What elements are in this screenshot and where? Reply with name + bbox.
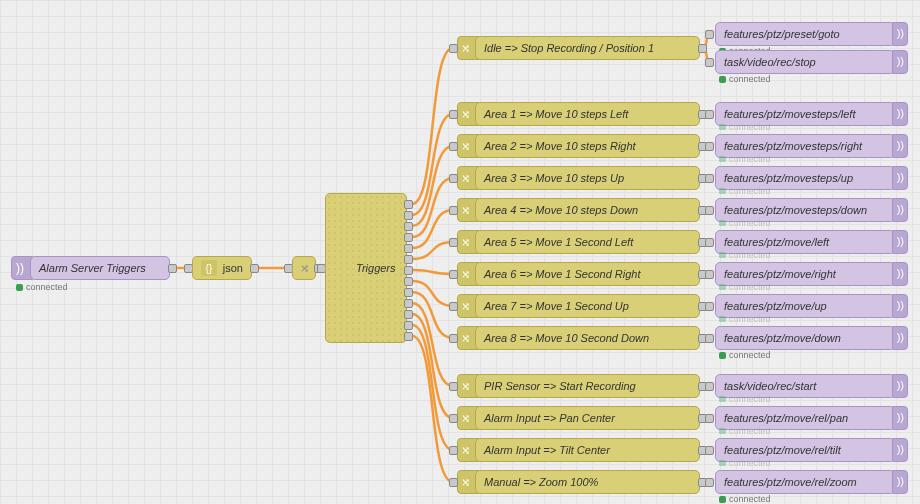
output-label: features/ptz/move/rel/tilt [724, 444, 841, 456]
out-cap: )) [892, 374, 908, 398]
port[interactable] [449, 174, 458, 183]
switch-node[interactable]: Area 8 => Move 10 Second Down [475, 326, 700, 350]
port[interactable] [705, 478, 714, 487]
port[interactable] [404, 277, 413, 286]
output-node[interactable]: features/ptz/preset/goto [715, 22, 895, 46]
port[interactable] [705, 414, 714, 423]
port[interactable] [449, 478, 458, 487]
port[interactable] [705, 110, 714, 119]
switch-node[interactable]: Area 1 => Move 10 steps Left [475, 102, 700, 126]
split-node[interactable]: ⤨ [292, 256, 316, 280]
switch-label: Area 1 => Move 10 steps Left [484, 108, 628, 120]
port[interactable] [404, 299, 413, 308]
port[interactable] [449, 302, 458, 311]
output-status: connected [719, 316, 771, 322]
port[interactable] [250, 264, 259, 273]
port[interactable] [705, 270, 714, 279]
switch-node[interactable]: Manual => Zoom 100% [475, 470, 700, 494]
port[interactable] [698, 44, 707, 53]
port[interactable] [404, 266, 413, 275]
switch-label: Idle => Stop Recording / Position 1 [484, 42, 654, 54]
out-cap: )) [892, 22, 908, 46]
json-node[interactable]: {} json [192, 256, 252, 280]
port[interactable] [705, 30, 714, 39]
output-label: features/ptz/move/up [724, 300, 827, 312]
switch-label: Alarm Input => Tilt Center [484, 444, 610, 456]
port[interactable] [449, 334, 458, 343]
output-node[interactable]: features/ptz/move/right [715, 262, 895, 286]
switch-node[interactable]: Area 7 => Move 1 Second Up [475, 294, 700, 318]
port[interactable] [404, 200, 413, 209]
switch-label: Area 6 => Move 1 Second Right [484, 268, 641, 280]
switch-node[interactable]: Area 3 => Move 10 steps Up [475, 166, 700, 190]
switch-node[interactable]: Area 2 => Move 10 steps Right [475, 134, 700, 158]
switch-node[interactable]: Area 4 => Move 10 steps Down [475, 198, 700, 222]
triggers-node[interactable]: Triggers [325, 193, 407, 343]
alarm-label: Alarm Server Triggers [39, 262, 146, 274]
port[interactable] [449, 206, 458, 215]
out-cap: )) [892, 198, 908, 222]
out-cap: )) [892, 166, 908, 190]
output-status: connected [719, 188, 771, 194]
port[interactable] [449, 238, 458, 247]
port[interactable] [449, 414, 458, 423]
output-label: features/ptz/movesteps/up [724, 172, 853, 184]
output-node[interactable]: task/video/rec/start [715, 374, 895, 398]
output-status: connected [719, 124, 771, 130]
output-node[interactable]: features/ptz/movesteps/left [715, 102, 895, 126]
port[interactable] [404, 233, 413, 242]
output-node[interactable]: features/ptz/move/rel/tilt [715, 438, 895, 462]
port[interactable] [705, 446, 714, 455]
output-label: features/ptz/move/right [724, 268, 836, 280]
status-text: connected [729, 494, 771, 504]
port[interactable] [449, 142, 458, 151]
port[interactable] [404, 255, 413, 264]
port[interactable] [705, 334, 714, 343]
output-status: connected [719, 220, 771, 226]
port[interactable] [404, 211, 413, 220]
port[interactable] [404, 321, 413, 330]
output-node[interactable]: task/video/rec/stop [715, 50, 895, 74]
output-node[interactable]: features/ptz/move/left [715, 230, 895, 254]
port[interactable] [449, 270, 458, 279]
output-node[interactable]: features/ptz/move/down [715, 326, 895, 350]
port[interactable] [705, 58, 714, 67]
switch-node[interactable]: PIR Sensor => Start Recording [475, 374, 700, 398]
alarm-server-node[interactable]: Alarm Server Triggers [30, 256, 170, 280]
output-node[interactable]: features/ptz/move/rel/zoom [715, 470, 895, 494]
port[interactable] [449, 382, 458, 391]
switch-label: Area 4 => Move 10 steps Down [484, 204, 638, 216]
port[interactable] [705, 382, 714, 391]
output-label: features/ptz/movesteps/right [724, 140, 862, 152]
output-node[interactable]: features/ptz/movesteps/up [715, 166, 895, 190]
port[interactable] [705, 206, 714, 215]
port[interactable] [404, 310, 413, 319]
switch-node[interactable]: Area 5 => Move 1 Second Left [475, 230, 700, 254]
output-node[interactable]: features/ptz/movesteps/down [715, 198, 895, 222]
json-icon: {} [201, 260, 217, 276]
switch-label: Area 2 => Move 10 steps Right [484, 140, 636, 152]
output-status: connected [719, 396, 771, 402]
port[interactable] [404, 332, 413, 341]
port[interactable] [705, 302, 714, 311]
port[interactable] [705, 238, 714, 247]
port[interactable] [168, 264, 177, 273]
switch-node[interactable]: Idle => Stop Recording / Position 1 [475, 36, 700, 60]
output-label: features/ptz/move/rel/pan [724, 412, 848, 424]
port[interactable] [449, 446, 458, 455]
output-node[interactable]: features/ptz/movesteps/right [715, 134, 895, 158]
port[interactable] [705, 142, 714, 151]
port[interactable] [449, 44, 458, 53]
port[interactable] [449, 110, 458, 119]
output-status: connected [719, 460, 771, 466]
switch-node[interactable]: Alarm Input => Pan Center [475, 406, 700, 430]
port[interactable] [404, 222, 413, 231]
output-node[interactable]: features/ptz/move/rel/pan [715, 406, 895, 430]
switch-node[interactable]: Area 6 => Move 1 Second Right [475, 262, 700, 286]
port[interactable] [404, 288, 413, 297]
switch-node[interactable]: Alarm Input => Tilt Center [475, 438, 700, 462]
port[interactable] [404, 244, 413, 253]
out-cap: )) [892, 294, 908, 318]
port[interactable] [705, 174, 714, 183]
output-node[interactable]: features/ptz/move/up [715, 294, 895, 318]
